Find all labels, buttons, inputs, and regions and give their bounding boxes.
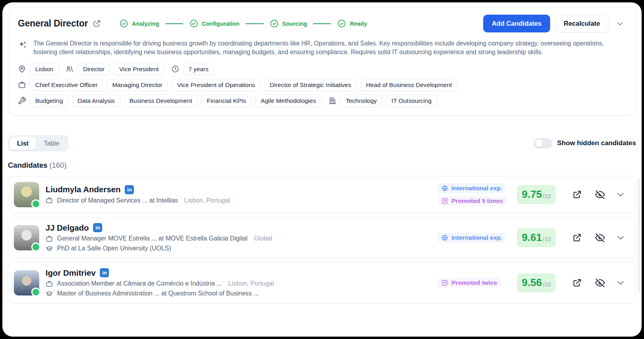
score-denominator: /10 [543, 281, 551, 288]
job-title-tag[interactable]: Head of Business Development [360, 79, 457, 91]
chevron-down-icon [616, 19, 625, 28]
scrollbar[interactable] [638, 178, 640, 293]
linkedin-icon[interactable]: in [100, 268, 109, 277]
candidate-job: Association Member at Câmara de Comércio… [57, 280, 222, 287]
show-hidden-toggle[interactable] [534, 138, 552, 148]
linkedin-icon[interactable]: in [93, 223, 102, 232]
recalculate-button[interactable]: Recalculate [555, 15, 608, 32]
open-profile-button[interactable] [570, 187, 584, 202]
graduation-cap-icon [46, 245, 53, 252]
role-tag[interactable]: Director [78, 63, 110, 75]
candidates-heading: Candidates (160) [8, 161, 636, 170]
step-configuration: Configuration [189, 19, 240, 28]
briefcase-icon [18, 81, 26, 89]
step-sourcing: Sourcing [270, 19, 307, 28]
step-connector [165, 23, 183, 24]
step-connector [246, 23, 264, 24]
briefcase-icon [46, 280, 53, 288]
open-profile-button[interactable] [570, 231, 584, 245]
expand-candidate-button[interactable] [614, 276, 628, 290]
candidate-location: Lisbon, Portugal [184, 197, 230, 204]
candidate-name[interactable]: Liudmyla Andersen [46, 185, 120, 194]
page-title: General Director [18, 18, 88, 29]
promotion-icon [441, 279, 448, 286]
candidate-education: PhD at La Salle Open University (UOLS) [57, 245, 171, 252]
pipeline-stepper: Analyzing Configuration Sourcing Ready [119, 19, 367, 28]
badge-label: International exp. [452, 185, 502, 192]
sparkles-icon [18, 40, 27, 50]
building-icon [328, 97, 337, 105]
online-status-dot [31, 199, 40, 208]
linkedin-icon[interactable]: in [125, 185, 134, 194]
score-denominator: /10 [543, 193, 551, 199]
check-circle-icon [270, 19, 279, 28]
header-more-button[interactable] [614, 18, 626, 30]
industry-tag[interactable]: Technology [340, 95, 382, 107]
eye-off-icon [595, 278, 605, 288]
clock-icon [171, 65, 179, 73]
tab-list[interactable]: List [10, 137, 36, 150]
role-tag[interactable]: Vice President [114, 63, 164, 75]
score-badge: 9.61 /10 [517, 228, 556, 247]
highlight-badge: International exp. [438, 233, 506, 242]
app-window: General Director Analyzing Configuration… [0, 0, 644, 339]
external-link-icon [572, 278, 582, 288]
tab-table[interactable]: Table [36, 137, 67, 150]
skill-tag[interactable]: Financial KPIs [201, 95, 252, 107]
candidates-count: (160) [50, 161, 67, 169]
main-panel: General Director Analyzing Configuration… [2, 2, 642, 337]
badge-label: Promoted twice [452, 279, 497, 286]
view-switcher: List Table [8, 135, 69, 152]
score-value: 9.61 [522, 231, 542, 244]
expand-candidate-button[interactable] [614, 187, 628, 202]
industry-tag[interactable]: IT Outsourcing [386, 95, 437, 107]
chevron-down-icon [616, 233, 625, 242]
chevron-down-icon [616, 278, 625, 288]
position-header-card: General Director Analyzing Configuration… [8, 7, 636, 116]
add-candidates-button[interactable]: Add Candidates [483, 15, 551, 32]
job-title-tag[interactable]: Vice President of Operations [171, 79, 261, 91]
promotion-icon [441, 197, 448, 205]
candidate-card[interactable]: JJ Delgado in General Manager MOVE Estre… [8, 217, 636, 258]
open-profile-button[interactable] [570, 276, 584, 290]
job-title-tag[interactable]: Chief Executive Officer [30, 79, 103, 91]
job-title-tag[interactable]: Director of Strategic Initiatives [264, 79, 357, 91]
candidate-name[interactable]: JJ Delgado [46, 223, 89, 233]
experience-tag[interactable]: 7 years [183, 63, 214, 75]
criteria-row-job-titles: Chief Executive Officer Managing Directo… [18, 79, 626, 91]
skill-tag[interactable]: Data Analysis [72, 95, 120, 107]
highlight-badge: International exp. [438, 184, 506, 193]
candidate-name[interactable]: Igor Dmitriev [46, 268, 95, 278]
online-status-dot [31, 288, 40, 297]
expand-candidate-button[interactable] [614, 231, 628, 245]
criteria-rows: Lisbon Director Vice President 7 years C… [18, 63, 626, 107]
step-ready: Ready [337, 19, 367, 28]
briefcase-icon [46, 197, 53, 204]
hide-candidate-button[interactable] [593, 187, 607, 202]
skill-tag[interactable]: Business Development [124, 95, 198, 107]
open-external-icon[interactable] [93, 19, 101, 28]
avatar [14, 270, 39, 295]
hide-candidate-button[interactable] [593, 276, 607, 290]
job-title-tag[interactable]: Managing Director [107, 79, 168, 91]
external-link-icon [572, 233, 582, 242]
list-controls: List Table Show hidden candidates [8, 135, 636, 152]
step-connector [313, 23, 331, 24]
hide-candidate-button[interactable] [593, 231, 607, 245]
location-tag[interactable]: Lisbon [30, 63, 59, 75]
step-label: Analyzing [132, 21, 159, 27]
criteria-row-basic: Lisbon Director Vice President 7 years [18, 63, 626, 75]
candidate-job: General Manager MOVE Estrella ... at MOV… [57, 235, 248, 242]
globe-icon [441, 234, 448, 241]
skill-tag[interactable]: Agile Methodologies [255, 95, 322, 107]
avatar [14, 182, 39, 207]
candidates-heading-text: Candidates [8, 161, 48, 169]
candidate-card[interactable]: Igor Dmitriev in Association Member at C… [8, 262, 636, 303]
candidate-card[interactable]: Liudmyla Andersen in Director of Managed… [8, 176, 636, 213]
check-circle-icon [119, 19, 128, 28]
ai-description-row: The General Director is responsible for … [18, 39, 626, 57]
show-hidden-label: Show hidden candidates [557, 139, 636, 147]
skill-tag[interactable]: Budgeting [30, 95, 69, 107]
candidate-location: Global [254, 235, 272, 242]
wrench-icon [18, 97, 26, 105]
